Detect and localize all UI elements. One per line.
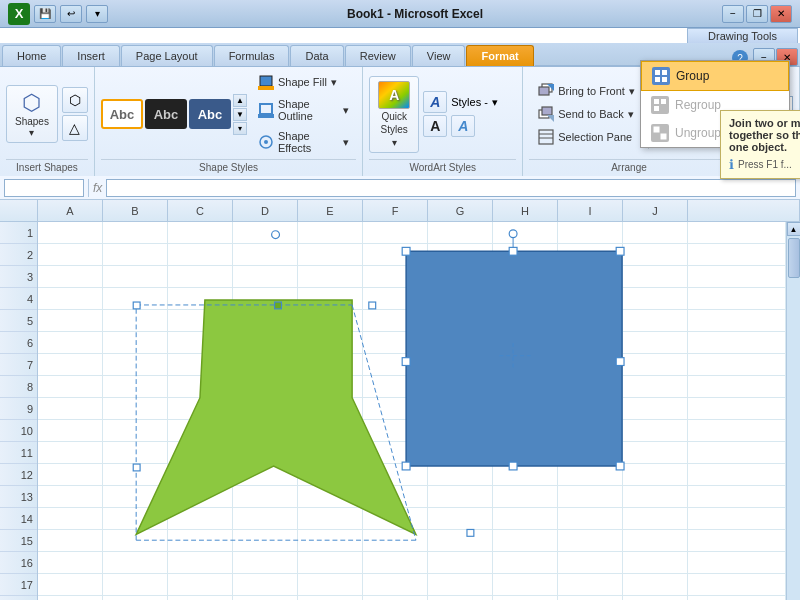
row-4[interactable]: 4 — [0, 288, 37, 310]
col-header-G[interactable]: G — [428, 200, 493, 221]
row-13[interactable]: 13 — [0, 486, 37, 508]
close-button[interactable]: ✕ — [770, 5, 792, 23]
style-scroll-expand[interactable]: ▾ — [233, 122, 247, 135]
shape-tool-icons: ⬡ △ — [62, 87, 88, 141]
row-15[interactable]: 15 — [0, 530, 37, 552]
send-to-back-dropdown: ▾ — [628, 108, 634, 121]
drawing-tools-label: Drawing Tools — [687, 28, 798, 43]
row-1[interactable]: 1 — [0, 222, 37, 244]
col-header-B[interactable]: B — [103, 200, 168, 221]
row-numbers: 1 2 3 4 5 6 7 8 9 10 11 12 13 14 15 16 1… — [0, 222, 38, 600]
minimize-button[interactable]: − — [722, 5, 744, 23]
row-11[interactable]: 11 — [0, 442, 37, 464]
style-preview-2[interactable]: Abc — [145, 99, 187, 129]
svg-rect-30 — [654, 127, 659, 132]
quick-access-save[interactable]: 💾 — [34, 5, 56, 23]
group-menu-regroup-label: Regroup — [675, 98, 721, 112]
grid-cells[interactable] — [38, 222, 786, 600]
tooltip-info-icon: ℹ — [729, 157, 734, 172]
wordart-text-outline-btn[interactable]: A — [423, 115, 447, 137]
tab-view[interactable]: View — [412, 45, 466, 66]
insert-shapes-group: ⬡ Shapes ▾ ⬡ △ Insert Shapes — [0, 67, 95, 176]
shape-fill-label: Shape Fill — [278, 76, 327, 88]
scroll-thumb[interactable] — [788, 238, 800, 278]
col-header-H[interactable]: H — [493, 200, 558, 221]
app-icon[interactable]: X — [8, 3, 30, 25]
vertical-scrollbar[interactable]: ▲ ▼ — [786, 222, 800, 600]
window-title: Book1 - Microsoft Excel — [347, 7, 483, 21]
shape-effects-icon — [258, 134, 274, 150]
scroll-track[interactable] — [787, 236, 800, 600]
shape-effects-button[interactable]: Shape Effects ▾ — [251, 127, 356, 157]
restore-button[interactable]: ❐ — [746, 5, 768, 23]
formula-input[interactable] — [106, 179, 796, 197]
row-16[interactable]: 16 — [0, 552, 37, 574]
shape-icon-1[interactable]: ⬡ — [62, 87, 88, 113]
group-tooltip: Join two or more objects together so the… — [720, 110, 800, 179]
wordart-color-btn[interactable]: A — [423, 91, 447, 113]
shapes-button[interactable]: ⬡ Shapes ▾ — [6, 85, 58, 143]
col-header-A[interactable]: A — [38, 200, 103, 221]
row-7[interactable]: 7 — [0, 354, 37, 376]
row-12[interactable]: 12 — [0, 464, 37, 486]
col-header-C[interactable]: C — [168, 200, 233, 221]
selection-pane-button[interactable]: Selection Pane — [529, 126, 644, 148]
row-2[interactable]: 2 — [0, 244, 37, 266]
spreadsheet-container: A B C D E F G H I J 1 2 3 4 5 6 7 8 9 10… — [0, 200, 800, 600]
tab-format[interactable]: Format — [466, 45, 533, 66]
row-10[interactable]: 10 — [0, 420, 37, 442]
name-box[interactable] — [4, 179, 84, 197]
style-scroll-up[interactable]: ▲ — [233, 94, 247, 107]
shape-effects-dropdown-icon: ▾ — [343, 136, 349, 149]
wordart-styles-label: WordArt Styles — [369, 159, 516, 176]
scroll-up-button[interactable]: ▲ — [787, 222, 801, 236]
svg-rect-7 — [539, 87, 549, 95]
quick-access-dropdown[interactable]: ▾ — [86, 5, 108, 23]
col-header-E[interactable]: E — [298, 200, 363, 221]
row-18[interactable]: 18 — [0, 596, 37, 600]
col-header-I[interactable]: I — [558, 200, 623, 221]
bring-to-front-label: Bring to Front — [558, 85, 625, 97]
col-header-F[interactable]: F — [363, 200, 428, 221]
row-6[interactable]: 6 — [0, 332, 37, 354]
shape-outline-label: Shape Outline — [278, 98, 339, 122]
tooltip-title: Join two or more objects together so the… — [729, 117, 800, 153]
wordart-styles-content: A Quick Styles ▾ A Styles - ▾ A A — [369, 71, 516, 157]
row-9[interactable]: 9 — [0, 398, 37, 420]
tab-page-layout[interactable]: Page Layout — [121, 45, 213, 66]
send-to-back-label: Send to Back — [558, 108, 623, 120]
tab-data[interactable]: Data — [290, 45, 343, 66]
tab-insert[interactable]: Insert — [62, 45, 120, 66]
send-to-back-button[interactable]: Send to Back ▾ — [529, 103, 644, 125]
arrange-section: Bring to Front ▾ Send to Back ▾ Selectio… — [529, 80, 644, 148]
bring-to-front-button[interactable]: Bring to Front ▾ — [529, 80, 644, 102]
shape-outline-button[interactable]: Shape Outline ▾ — [251, 95, 356, 125]
quick-styles-button[interactable]: A Quick Styles ▾ — [369, 76, 419, 153]
shape-styles-label: Shape Styles — [101, 159, 356, 176]
tab-home[interactable]: Home — [2, 45, 61, 66]
svg-rect-23 — [655, 70, 660, 75]
shape-fill-button[interactable]: Shape Fill ▾ — [251, 71, 356, 93]
svg-rect-31 — [661, 134, 666, 139]
row-3[interactable]: 3 — [0, 266, 37, 288]
svg-rect-25 — [655, 77, 660, 82]
group-menu-group-icon — [652, 67, 670, 85]
col-header-D[interactable]: D — [233, 200, 298, 221]
shape-icon-2[interactable]: △ — [62, 115, 88, 141]
row-17[interactable]: 17 — [0, 574, 37, 596]
shapes-label: Shapes — [15, 116, 49, 127]
group-menu-item-group[interactable]: Group — [641, 61, 789, 91]
row-14[interactable]: 14 — [0, 508, 37, 530]
formula-bar: fx — [0, 176, 800, 200]
row-8[interactable]: 8 — [0, 376, 37, 398]
row-5[interactable]: 5 — [0, 310, 37, 332]
style-scroll-down[interactable]: ▼ — [233, 108, 247, 121]
col-header-J[interactable]: J — [623, 200, 688, 221]
svg-point-5 — [264, 140, 268, 144]
tab-review[interactable]: Review — [345, 45, 411, 66]
quick-access-undo[interactable]: ↩ — [60, 5, 82, 23]
tab-formulas[interactable]: Formulas — [214, 45, 290, 66]
style-preview-1[interactable]: Abc — [101, 99, 143, 129]
style-preview-3[interactable]: Abc — [189, 99, 231, 129]
wordart-effects-btn[interactable]: A — [451, 115, 475, 137]
